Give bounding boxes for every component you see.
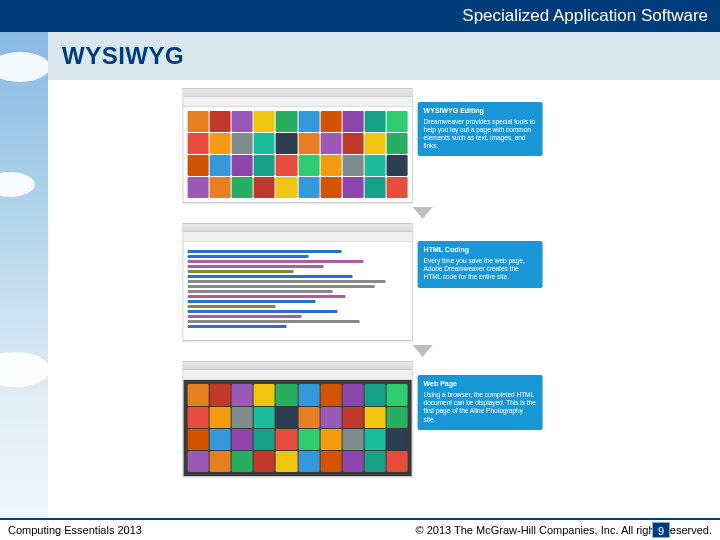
thumb: [254, 384, 275, 405]
thumb: [320, 407, 341, 428]
thumb: [387, 407, 408, 428]
footer: Computing Essentials 2013 © 2013 The McG…: [0, 518, 720, 540]
callout-title: HTML Coding: [424, 246, 537, 255]
thumb: [387, 451, 408, 472]
thumb: [298, 133, 319, 154]
browser-addressbar: [184, 370, 412, 380]
thumb: [188, 133, 209, 154]
callout-title: Web Page: [424, 380, 537, 389]
thumb: [232, 111, 253, 132]
thumb: [387, 111, 408, 132]
slide-content: WYSIWYG Editing Dreamweaver provides spe…: [48, 80, 720, 518]
cloud-decor: [0, 352, 48, 387]
thumb: [254, 429, 275, 450]
thumb: [276, 133, 297, 154]
thumb: [232, 177, 253, 198]
thumb: [276, 451, 297, 472]
code-line: [188, 300, 316, 303]
thumb: [364, 429, 385, 450]
code-line: [188, 325, 287, 328]
callout-body: Using a browser, the completed HTML docu…: [424, 391, 537, 424]
thumb: [342, 177, 363, 198]
thumb: [387, 133, 408, 154]
thumb: [276, 155, 297, 176]
slide-title: WYSIWYG: [48, 32, 720, 70]
thumb: [364, 133, 385, 154]
thumb: [254, 177, 275, 198]
browser-viewport: [184, 380, 412, 475]
thumb: [320, 384, 341, 405]
thumb: [232, 133, 253, 154]
callout-title: WYSIWYG Editing: [424, 107, 537, 116]
thumb: [298, 384, 319, 405]
code-line: [188, 285, 375, 288]
browser-window: [183, 361, 413, 476]
callout-webpage: Web Page Using a browser, the completed …: [418, 375, 543, 429]
thumb: [254, 407, 275, 428]
thumb: [320, 451, 341, 472]
panel-wysiwyg: WYSIWYG Editing Dreamweaver provides spe…: [183, 88, 563, 203]
window-toolbar: [184, 232, 412, 242]
thumb: [188, 384, 209, 405]
code-line: [188, 315, 302, 318]
code-line: [188, 260, 364, 263]
panel-browser: Web Page Using a browser, the completed …: [183, 361, 563, 476]
thumb: [210, 429, 231, 450]
thumb: [276, 111, 297, 132]
thumb: [387, 177, 408, 198]
thumb: [320, 177, 341, 198]
code-line: [188, 320, 360, 323]
window-titlebar: [184, 89, 412, 97]
code-line: [188, 265, 324, 268]
window-titlebar: [184, 362, 412, 370]
thumb: [387, 429, 408, 450]
thumb: [232, 429, 253, 450]
page-number: 9: [652, 522, 670, 538]
thumb: [210, 451, 231, 472]
thumb: [276, 429, 297, 450]
dreamweaver-code-window: [183, 223, 413, 341]
thumb: [188, 177, 209, 198]
thumb: [342, 384, 363, 405]
thumb: [342, 155, 363, 176]
code-area: [184, 242, 412, 340]
thumb: [276, 384, 297, 405]
diagram: WYSIWYG Editing Dreamweaver provides spe…: [183, 88, 563, 477]
thumb: [232, 451, 253, 472]
thumb: [342, 429, 363, 450]
thumb: [210, 384, 231, 405]
code-line: [188, 305, 276, 308]
thumb: [320, 133, 341, 154]
thumb: [342, 111, 363, 132]
code-line: [188, 310, 338, 313]
thumb: [276, 407, 297, 428]
dreamweaver-design-window: [183, 88, 413, 203]
image-thumb-grid: [184, 107, 412, 202]
thumb: [188, 429, 209, 450]
thumb: [387, 384, 408, 405]
callout-body: Dreamweaver provides special tools to he…: [424, 118, 537, 151]
thumb: [298, 451, 319, 472]
thumb: [210, 177, 231, 198]
thumb: [364, 111, 385, 132]
thumb: [387, 155, 408, 176]
thumb: [320, 155, 341, 176]
cloud-decor: [0, 172, 35, 197]
thumb: [210, 133, 231, 154]
thumb: [364, 407, 385, 428]
thumb: [254, 155, 275, 176]
thumb: [276, 177, 297, 198]
thumb: [320, 111, 341, 132]
thumb: [254, 133, 275, 154]
image-thumb-grid: [188, 384, 408, 471]
cloud-decor: [0, 52, 48, 82]
callout-body: Every time you save the web page, Adobe …: [424, 257, 537, 281]
thumb: [232, 384, 253, 405]
callout-wysiwyg: WYSIWYG Editing Dreamweaver provides spe…: [418, 102, 543, 156]
thumb: [298, 429, 319, 450]
thumb: [188, 111, 209, 132]
thumb: [320, 429, 341, 450]
thumb: [232, 407, 253, 428]
code-line: [188, 255, 309, 258]
code-line: [188, 270, 294, 273]
